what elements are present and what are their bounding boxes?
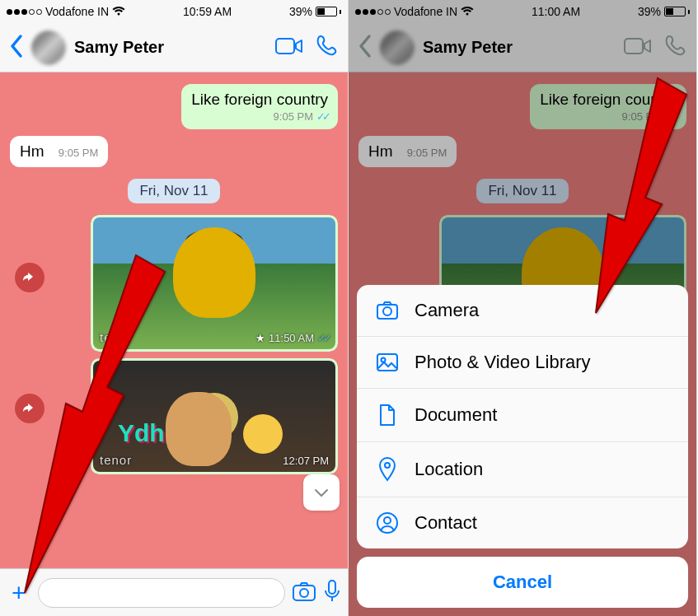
- status-bar: Vodafone IN 10:59 AM 39%: [0, 0, 348, 23]
- chat-area: Like foreign country 9:05 PM✓✓ Hm 9:05 P…: [0, 72, 348, 568]
- camera-button[interactable]: [292, 581, 316, 605]
- battery-percent-label: 39%: [289, 5, 312, 18]
- sheet-item-library[interactable]: Photo & Video Library: [357, 337, 688, 389]
- screenshot-left: Vodafone IN 10:59 AM 39% Samy Peter: [0, 0, 349, 616]
- chat-header: Samy Peter: [0, 23, 348, 72]
- clock-label: 10:59 AM: [183, 5, 232, 18]
- gif-watermark: tenor: [100, 453, 132, 467]
- message-text: Like foreign country: [191, 91, 328, 109]
- message-time: 11:50 AM: [269, 332, 314, 344]
- forward-icon[interactable]: [15, 394, 45, 423]
- message-time: 12:07 PM: [283, 455, 329, 467]
- video-call-button[interactable]: [275, 36, 303, 59]
- photo-library-icon: [375, 352, 400, 372]
- svg-rect-8: [377, 354, 397, 371]
- message-time: 9:05 PM: [274, 110, 313, 123]
- sheet-item-label: Location: [415, 459, 483, 480]
- read-ticks-icon: ✓✓: [317, 332, 329, 344]
- sheet-item-camera[interactable]: Camera: [357, 285, 688, 337]
- document-icon: [375, 404, 400, 427]
- sheet-item-location[interactable]: Location: [357, 442, 688, 497]
- svg-point-2: [300, 589, 308, 597]
- svg-point-7: [383, 307, 391, 315]
- smile-emoji-icon: [243, 414, 283, 454]
- contact-icon: [375, 512, 400, 534]
- svg-rect-3: [329, 581, 335, 594]
- sheet-item-contact[interactable]: Contact: [357, 497, 688, 548]
- message-text: Hm: [20, 142, 45, 160]
- scroll-down-button[interactable]: [303, 474, 340, 511]
- gif-message-1[interactable]: GIF tenor ★11:50 AM✓✓: [91, 215, 338, 352]
- forward-icon[interactable]: [15, 263, 45, 292]
- svg-rect-1: [293, 586, 315, 600]
- contact-name-label[interactable]: Samy Peter: [74, 38, 264, 57]
- svg-point-10: [385, 463, 390, 468]
- read-ticks-icon: ✓✓: [316, 110, 328, 123]
- gif-badge: GIF: [190, 259, 238, 307]
- screenshot-right: Vodafone IN 11:00 AM 39% Samy Peter: [349, 0, 697, 616]
- input-bar: +: [0, 568, 348, 616]
- svg-rect-0: [276, 39, 294, 54]
- sheet-cancel-button[interactable]: Cancel: [357, 557, 688, 608]
- attachment-action-sheet: Camera Photo & Video Library Document Lo…: [357, 285, 688, 608]
- svg-point-12: [384, 517, 391, 524]
- wifi-icon: [112, 7, 125, 16]
- sheet-item-label: Document: [415, 404, 497, 426]
- sheet-item-label: Contact: [415, 512, 477, 534]
- back-button[interactable]: [8, 34, 23, 62]
- signal-dots-icon: [7, 9, 42, 15]
- gif-overlay-text: Ydhi: [118, 419, 171, 447]
- received-message[interactable]: Hm 9:05 PM: [10, 136, 108, 167]
- gif-badge: GIF: [190, 393, 238, 441]
- date-separator: Fri, Nov 11: [0, 179, 348, 203]
- mic-button[interactable]: [323, 579, 341, 607]
- gif-watermark: tenor: [100, 330, 132, 344]
- carrier-label: Vodafone IN: [45, 5, 109, 18]
- location-pin-icon: [375, 457, 400, 482]
- contact-avatar[interactable]: [31, 30, 66, 65]
- sheet-item-label: Camera: [415, 300, 479, 321]
- battery-icon: [316, 7, 341, 16]
- sent-message[interactable]: Like foreign country 9:05 PM✓✓: [181, 84, 338, 129]
- gif-message-2[interactable]: GIF Ydhi tenor 12:07 PM: [91, 358, 338, 474]
- message-input[interactable]: [38, 578, 285, 608]
- sheet-item-document[interactable]: Document: [357, 389, 688, 442]
- star-icon: ★: [255, 332, 265, 344]
- svg-point-9: [382, 358, 386, 362]
- message-time: 9:05 PM: [59, 147, 98, 159]
- camera-icon: [375, 301, 400, 320]
- voice-call-button[interactable]: [315, 34, 340, 62]
- attach-button[interactable]: +: [7, 579, 31, 607]
- sheet-item-label: Photo & Video Library: [415, 352, 591, 373]
